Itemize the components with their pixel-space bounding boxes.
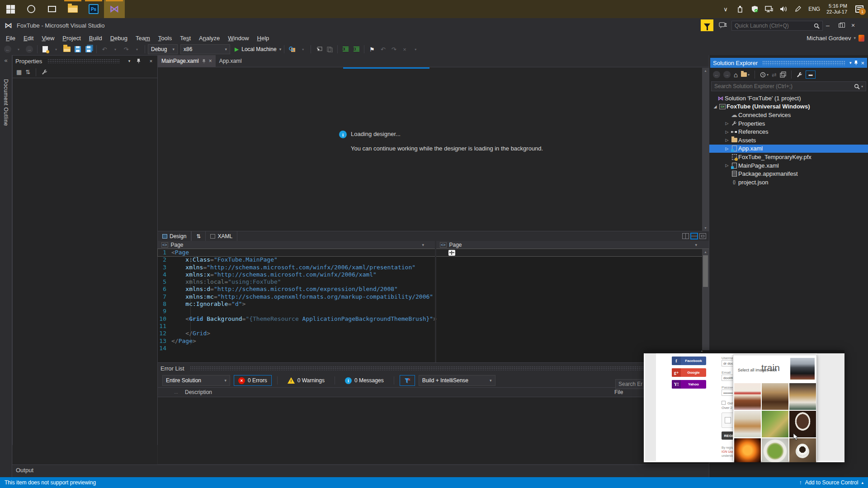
editor-vertical-splitter[interactable]	[435, 241, 436, 362]
filter-button[interactable]	[400, 375, 415, 386]
newsletter-checkbox[interactable]	[722, 401, 726, 405]
switch-views-button[interactable]: ▾	[741, 72, 750, 77]
scroll-up-icon[interactable]: ▴	[702, 249, 709, 254]
code-line[interactable]: 11	[158, 323, 709, 330]
tab-mainpage-xaml[interactable]: MainPage.xaml ×	[158, 55, 216, 67]
window-position-dropdown-icon[interactable]: ▾	[849, 61, 852, 65]
tree-collapsed-icon[interactable]: ▷	[724, 121, 730, 126]
collapse-all-button[interactable]	[780, 71, 786, 78]
scroll-up-icon[interactable]: ▴	[702, 68, 709, 73]
errors-filter-button[interactable]: ×0 Errors	[234, 375, 272, 386]
tree-collapsed-icon[interactable]: ▷	[724, 130, 730, 134]
output-panel-bar[interactable]: Output	[12, 465, 709, 475]
code-vertical-scrollbar[interactable]: ▴ ▾	[702, 249, 709, 362]
breadcrumb-left[interactable]: <> Page ▾	[158, 241, 428, 249]
photoshop-button[interactable]: Ps	[83, 0, 104, 18]
network-icon[interactable]	[765, 5, 773, 13]
tab-close-icon[interactable]: ×	[209, 58, 212, 64]
decrease-indent-button[interactable]	[340, 44, 350, 54]
overlay-registration-window[interactable]: + f Facebook g+ Google Y! Yahoo Username…	[644, 350, 844, 462]
line-column-icon[interactable]: …	[174, 390, 185, 394]
tree-collapsed-icon[interactable]: ▷	[724, 138, 730, 142]
feedback-icon[interactable]	[719, 22, 727, 29]
facebook-signin-button[interactable]: f Facebook	[672, 357, 706, 365]
redo-button[interactable]: ↷	[121, 44, 131, 54]
start-button[interactable]	[0, 0, 21, 18]
copy-structure-button[interactable]	[325, 44, 335, 54]
code-line[interactable]: 7 xmlns:mc="http://schemas.openxmlformat…	[158, 293, 709, 300]
splitter-grip-icon[interactable]	[448, 250, 455, 256]
captcha-tile-strawberry-cake[interactable]	[734, 383, 761, 410]
google-signin-button[interactable]: g+ Google	[672, 368, 706, 377]
tree-item-properties[interactable]: ▷ Properties	[709, 119, 868, 128]
minimize-button[interactable]: –	[822, 20, 834, 31]
new-project-dropdown[interactable]: ▾	[51, 44, 61, 54]
tree-item-assets[interactable]: ▷ Assets	[709, 136, 868, 145]
designer-vertical-scrollbar[interactable]: ▴ ▾	[702, 68, 709, 231]
code-line[interactable]: 5 xmlns:local="using:FoxTube"	[158, 278, 709, 286]
pending-changes-filter-button[interactable]: ▾	[760, 72, 769, 78]
tree-item-references[interactable]: ▷ References	[709, 127, 868, 136]
horizontal-split-button[interactable]	[691, 233, 698, 239]
swap-panes-button[interactable]: ⇅	[191, 231, 206, 241]
task-view-button[interactable]	[42, 0, 62, 18]
menu-test[interactable]: Test	[176, 33, 195, 43]
save-all-button[interactable]	[84, 44, 94, 54]
toggle-bookmark-button[interactable]: ⚑	[367, 44, 377, 54]
tree-item-connected-services[interactable]: ☁ Connected Services	[709, 111, 868, 119]
toolbar-overflow-dropdown[interactable]: ▾	[298, 44, 308, 54]
column-file[interactable]: File	[614, 389, 623, 395]
code-line[interactable]: 1<Page	[158, 249, 709, 256]
volume-icon[interactable]	[779, 5, 788, 13]
navigate-forward-button[interactable]: →	[24, 44, 34, 54]
solution-explorer-search-box[interactable]: ▾	[711, 81, 866, 91]
clear-bookmarks-button[interactable]: ×	[400, 44, 410, 54]
tab-design-view[interactable]: Design	[158, 231, 191, 241]
menu-build[interactable]: Build	[85, 33, 106, 43]
solution-explorer-header[interactable]: Solution Explorer ▾ ×	[710, 58, 867, 68]
build-intellisense-dropdown[interactable]: Build + IntelliSense▾	[419, 375, 495, 386]
start-debugging-button[interactable]: ▶ Local Machine ▾	[235, 44, 281, 54]
code-line[interactable]: 6 xmlns:d="http://schemas.microsoft.com/…	[158, 286, 709, 293]
scroll-down-icon[interactable]: ▾	[702, 226, 709, 230]
next-bookmark-button[interactable]: ↷	[389, 44, 399, 54]
code-line[interactable]: 10 <Grid Background="{ThemeResource Appl…	[158, 315, 709, 323]
previous-bookmark-button[interactable]: ↶	[378, 44, 388, 54]
captcha-tile-salad-plate[interactable]	[762, 438, 788, 462]
window-position-dropdown-icon[interactable]: ▾	[126, 59, 133, 63]
scrollbar-thumb[interactable]	[703, 255, 708, 287]
tab-pin-icon[interactable]	[202, 59, 206, 64]
increase-indent-button[interactable]	[351, 44, 361, 54]
menu-edit[interactable]: Edit	[19, 33, 38, 43]
defender-shield-icon[interactable]	[750, 5, 759, 13]
configuration-dropdown[interactable]: Debug▾	[148, 44, 178, 54]
captcha-tile-breakfast-plate[interactable]	[734, 411, 761, 437]
tree-item-mainpage-xaml[interactable]: ▷ MainPage.xaml	[709, 161, 868, 170]
undo-button[interactable]: ↶	[99, 44, 109, 54]
pen-icon[interactable]	[794, 5, 802, 13]
code-line[interactable]: 9	[158, 308, 709, 315]
select-element-button[interactable]	[314, 44, 324, 54]
navigate-back-dropdown[interactable]: ▾	[14, 44, 24, 54]
tree-collapsed-icon[interactable]: ▷	[724, 146, 730, 151]
categorized-view-icon[interactable]: ▦	[16, 69, 22, 75]
notifications-filter-button[interactable]	[701, 19, 713, 31]
tree-collapsed-icon[interactable]: ▷	[724, 163, 730, 168]
tree-item-project-foxtube[interactable]: ◢ C# FoxTube (Universal Windows)	[709, 103, 868, 111]
code-line[interactable]: 8 mc:Ignorable="d">	[158, 300, 709, 308]
pin-icon[interactable]	[137, 58, 144, 64]
warnings-filter-button[interactable]: !0 Warnings	[283, 375, 329, 386]
tree-item-temporarykey-pfx[interactable]: FoxTube_TemporaryKey.pfx	[709, 153, 868, 161]
user-badge-icon[interactable]	[859, 35, 864, 42]
yahoo-signin-button[interactable]: Y! Yahoo	[672, 380, 706, 389]
menu-project[interactable]: Project	[58, 33, 85, 43]
captcha-tile-coffee-cup[interactable]	[789, 438, 816, 462]
menu-help[interactable]: Help	[253, 33, 274, 43]
messages-filter-button[interactable]: i0 Messages	[340, 375, 388, 386]
menu-window[interactable]: Window	[224, 33, 253, 43]
column-description[interactable]: Description	[185, 389, 614, 395]
code-line[interactable]: 14	[158, 345, 709, 352]
collapse-pane-button[interactable]	[699, 233, 706, 239]
save-button[interactable]	[73, 44, 83, 54]
tree-item-package-appxmanifest[interactable]: Package.appxmanifest	[709, 169, 868, 178]
